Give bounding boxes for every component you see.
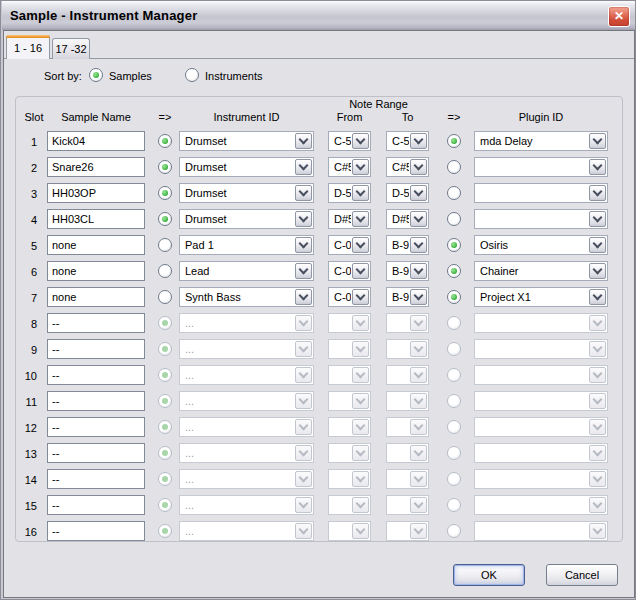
plugin-select[interactable]: Chainer (474, 261, 608, 281)
route-radio[interactable] (158, 134, 172, 148)
note-to-select[interactable]: C-5 (386, 131, 429, 151)
note-range-header: Note Range (341, 98, 416, 110)
chevron-down-icon[interactable] (352, 211, 369, 227)
sample-name-input[interactable] (47, 183, 145, 203)
route-radio[interactable] (158, 238, 172, 252)
chevron-down-icon[interactable] (352, 159, 369, 175)
ok-button[interactable]: OK (453, 564, 525, 586)
sort-radio-samples[interactable] (89, 68, 103, 82)
tab-17-32[interactable]: 17 -32 (52, 38, 90, 59)
instrument-select-value: ... (185, 317, 194, 329)
chevron-down-icon (589, 523, 606, 539)
instrument-select: ... (179, 339, 314, 359)
chevron-down-icon[interactable] (295, 211, 312, 227)
instrument-select[interactable]: Synth Bass (179, 287, 314, 307)
note-from-select[interactable]: C-0 (328, 261, 371, 281)
chevron-down-icon[interactable] (410, 211, 427, 227)
chevron-down-icon[interactable] (410, 289, 427, 305)
chevron-down-icon[interactable] (295, 133, 312, 149)
note-to-select[interactable]: D-5 (386, 183, 429, 203)
titlebar[interactable]: Sample - Instrument Manager ✕ (2, 1, 636, 30)
chevron-down-icon (295, 341, 312, 357)
chevron-down-icon[interactable] (352, 133, 369, 149)
note-from-select-value: C#5 (334, 161, 351, 173)
chevron-down-icon[interactable] (295, 237, 312, 253)
chevron-down-icon[interactable] (352, 237, 369, 253)
instrument-select-value: ... (185, 369, 194, 381)
note-from-select[interactable]: D#5 (328, 209, 371, 229)
note-to-select[interactable]: B-9 (386, 261, 429, 281)
route-radio[interactable] (158, 212, 172, 226)
instrument-select[interactable]: Lead (179, 261, 314, 281)
chevron-down-icon (295, 523, 312, 539)
sample-name-input[interactable] (47, 131, 145, 151)
sample-name-input[interactable] (47, 287, 145, 307)
note-from-select[interactable]: C-5 (328, 131, 371, 151)
chevron-down-icon[interactable] (352, 289, 369, 305)
chevron-down-icon[interactable] (589, 263, 606, 279)
chevron-down-icon (410, 393, 427, 409)
route-radio[interactable] (158, 160, 172, 174)
tab-1-16[interactable]: 1 - 16 (6, 35, 50, 59)
chevron-down-icon[interactable] (410, 159, 427, 175)
instrument-select[interactable]: Pad 1 (179, 235, 314, 255)
plugin-select[interactable]: Osiris (474, 235, 608, 255)
plugin-radio[interactable] (447, 186, 461, 200)
plugin-select (474, 313, 608, 333)
chevron-down-icon[interactable] (589, 159, 606, 175)
plugin-radio[interactable] (447, 264, 461, 278)
plugin-select[interactable]: mda Delay (474, 131, 608, 151)
sample-name-input (47, 313, 145, 333)
sort-radio-instruments[interactable] (185, 68, 199, 82)
route-radio[interactable] (158, 290, 172, 304)
plugin-radio[interactable] (447, 290, 461, 304)
plugin-radio[interactable] (447, 160, 461, 174)
cancel-button[interactable]: Cancel (546, 564, 618, 586)
plugin-select[interactable] (474, 209, 608, 229)
note-from-select[interactable]: C-0 (328, 287, 371, 307)
chevron-down-icon[interactable] (589, 211, 606, 227)
note-to-select[interactable]: C#5 (386, 157, 429, 177)
route-radio[interactable] (158, 186, 172, 200)
note-to-select[interactable]: B-9 (386, 235, 429, 255)
note-to-select[interactable]: D#5 (386, 209, 429, 229)
chevron-down-icon[interactable] (589, 185, 606, 201)
chevron-down-icon[interactable] (410, 263, 427, 279)
chevron-down-icon[interactable] (410, 185, 427, 201)
plugin-radio[interactable] (447, 238, 461, 252)
plugin-select[interactable] (474, 183, 608, 203)
chevron-down-icon[interactable] (589, 133, 606, 149)
sample-name-input[interactable] (47, 157, 145, 177)
note-to-select[interactable]: B-9 (386, 287, 429, 307)
instrument-select[interactable]: Drumset (179, 131, 314, 151)
chevron-down-icon[interactable] (589, 289, 606, 305)
chevron-down-icon[interactable] (295, 263, 312, 279)
chevron-down-icon[interactable] (410, 133, 427, 149)
instrument-select[interactable]: Drumset (179, 183, 314, 203)
sort-by-label: Sort by: (44, 70, 82, 82)
chevron-down-icon[interactable] (295, 289, 312, 305)
instrument-select[interactable]: Drumset (179, 209, 314, 229)
chevron-down-icon[interactable] (589, 237, 606, 253)
plugin-radio[interactable] (447, 212, 461, 226)
route-radio[interactable] (158, 264, 172, 278)
chevron-down-icon[interactable] (352, 263, 369, 279)
plugin-select[interactable]: Project X1 (474, 287, 608, 307)
chevron-down-icon[interactable] (410, 237, 427, 253)
sort-option-instruments-label: Instruments (205, 70, 262, 82)
instrument-select[interactable]: Drumset (179, 157, 314, 177)
sample-name-input[interactable] (47, 261, 145, 281)
close-button[interactable]: ✕ (608, 6, 630, 27)
plugin-radio[interactable] (447, 134, 461, 148)
sample-name-input[interactable] (47, 209, 145, 229)
instrument-select-value: ... (185, 499, 194, 511)
chevron-down-icon (589, 471, 606, 487)
note-from-select[interactable]: C-0 (328, 235, 371, 255)
chevron-down-icon[interactable] (352, 185, 369, 201)
chevron-down-icon[interactable] (295, 185, 312, 201)
sample-name-input[interactable] (47, 235, 145, 255)
note-from-select[interactable]: D-5 (328, 183, 371, 203)
plugin-select[interactable] (474, 157, 608, 177)
chevron-down-icon[interactable] (295, 159, 312, 175)
note-from-select[interactable]: C#5 (328, 157, 371, 177)
